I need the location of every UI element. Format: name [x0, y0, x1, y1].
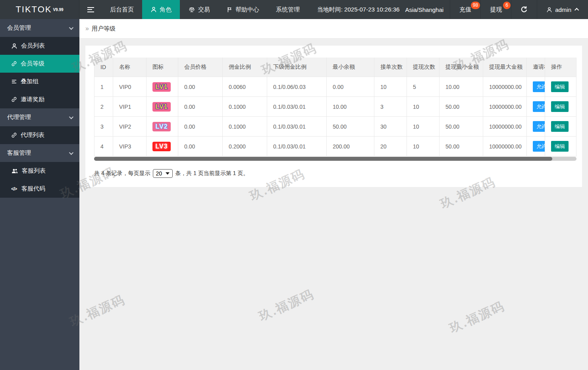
col-header-min-balance: 最小余额	[327, 58, 374, 77]
nav-label: 帮助中心	[235, 6, 259, 13]
sidebar-item-member-list[interactable]: 会员列表	[0, 37, 79, 55]
caret-down-icon	[166, 172, 170, 175]
scrollbar-thumb[interactable]	[94, 157, 552, 161]
group-label: 代理管理	[7, 114, 31, 121]
nav-item-dashboard[interactable]: 后台首页	[102, 0, 142, 19]
horizontal-scrollbar	[94, 157, 576, 161]
withdraw-label: 提现	[490, 6, 502, 13]
recharge-badge: 98	[471, 2, 480, 9]
cell-min-balance: 50.00	[327, 117, 374, 137]
nav-label: 后台首页	[110, 6, 134, 13]
table-row: 2 VIP1 LV1 0.00 0.1000 0.1/0.03/0.01 10.…	[94, 97, 576, 117]
cell-name: VIP2	[113, 117, 147, 137]
edit-button[interactable]: 编辑	[551, 101, 569, 112]
cell-commission: 0.1000	[223, 97, 267, 117]
cell-name: VIP1	[113, 97, 147, 117]
edit-button[interactable]: 编辑	[551, 121, 569, 132]
user-menu[interactable]: admin	[537, 0, 588, 19]
code-icon: </>	[11, 186, 18, 192]
group-label: 会员管理	[7, 24, 31, 32]
level-badge: LV3	[152, 142, 171, 151]
col-header-withdraw-max: 提现最大金额	[483, 58, 527, 77]
layers-icon	[11, 79, 17, 85]
nav-item-trade[interactable]: 交易	[180, 0, 218, 19]
col-header-orders: 接单次数	[374, 58, 407, 77]
sidebar: 会员管理 会员列表 会员等级 叠加组 邀请奖励 代理管理 代理列表 客服管理 客…	[0, 19, 79, 370]
table-row: 4 VIP3 LV3 0.00 0.2000 0.1/0.03/0.01 200…	[94, 137, 576, 156]
edit-button[interactable]: 编辑	[551, 141, 569, 152]
edit-button[interactable]: 编辑	[551, 81, 569, 92]
col-header-icon: 图标	[147, 58, 178, 77]
nav-item-system[interactable]: 系统管理	[268, 0, 308, 19]
cell-orders: 20	[374, 137, 407, 156]
recharge-button[interactable]: 充值 98	[450, 0, 480, 19]
cell-orders: 3	[374, 97, 407, 117]
chevron-down-icon	[69, 150, 73, 154]
user-icon	[546, 7, 552, 13]
chevron-up-icon	[575, 8, 579, 12]
cell-icon: LV2	[147, 117, 178, 137]
table-header-row: ID 名称 图标 会员价格 佣金比例 下级佣金比例 最小余额 接单次数 提现次数…	[94, 58, 576, 77]
page-size-select[interactable]: 20	[153, 169, 173, 178]
group-label: 客服管理	[7, 149, 31, 157]
cell-sub-commission: 0.1/0.03/0.01	[267, 137, 327, 156]
cell-id: 4	[94, 137, 113, 156]
nav-item-help-center[interactable]: 帮助中心	[218, 0, 268, 19]
sidebar-group-member-management[interactable]: 会员管理	[0, 19, 79, 37]
cell-name: VIP3	[113, 137, 147, 156]
col-header-id: ID	[94, 58, 113, 77]
chevron-down-icon	[69, 25, 73, 29]
col-header-withdraw-min: 提现最小金额	[440, 58, 483, 77]
cell-withdrawals: 10	[407, 117, 440, 137]
user-icon	[150, 6, 157, 13]
scales-icon	[188, 6, 195, 13]
sidebar-group-service-management[interactable]: 客服管理	[0, 144, 79, 162]
cell-withdraw-min: 50.00	[440, 117, 483, 137]
cell-price: 0.00	[178, 137, 223, 156]
cell-icon: LV1	[147, 77, 178, 97]
col-header-price: 会员价格	[178, 58, 223, 77]
cell-name: VIP0	[113, 77, 147, 97]
cell-min-balance: 200.00	[327, 137, 374, 156]
table-container: ID 名称 图标 会员价格 佣金比例 下级佣金比例 最小余额 接单次数 提现次数…	[94, 58, 576, 156]
cell-withdraw-min: 10.00	[440, 77, 483, 97]
cell-actions: 编辑	[545, 117, 576, 137]
cell-icon: LV1	[147, 97, 178, 117]
sidebar-group-agent-management[interactable]: 代理管理	[0, 108, 79, 126]
table-row: 3 VIP2 LV2 0.00 0.1000 0.1/0.03/0.01 50.…	[94, 117, 576, 137]
link-icon	[11, 132, 17, 138]
level-badge: LV2	[152, 122, 171, 131]
sidebar-item-agent-list[interactable]: 代理列表	[0, 126, 79, 144]
sidebar-item-label: 客服列表	[22, 167, 46, 175]
hamburger-icon	[87, 7, 94, 12]
sidebar-item-stack-group[interactable]: 叠加组	[0, 73, 79, 91]
sidebar-item-invite-reward[interactable]: 邀请奖励	[0, 91, 79, 108]
user-icon	[11, 43, 17, 49]
cell-actions: 编辑	[545, 137, 576, 156]
pagination-suffix: 条，共 1 页当前显示第 1 页。	[175, 170, 249, 177]
cell-withdraw-min: 50.00	[440, 97, 483, 117]
cell-commission: 0.2000	[223, 137, 267, 156]
cell-min-balance: 0.00	[327, 77, 374, 97]
flag-icon	[227, 6, 233, 13]
nav-item-roles[interactable]: 角色	[142, 0, 180, 19]
sidebar-item-label: 叠加组	[21, 78, 39, 85]
pagination-prefix: 共 4 条记录，每页显示	[94, 170, 150, 177]
sidebar-item-service-code[interactable]: </> 客服代码	[0, 180, 79, 198]
sidebar-item-label: 会员等级	[21, 60, 44, 67]
withdraw-badge: 6	[503, 2, 511, 9]
local-time-text: 当地时间: 2025-07-23 10:26:36	[317, 6, 400, 13]
menu-toggle-button[interactable]	[79, 0, 102, 19]
nav-label: 角色	[160, 6, 172, 13]
table-row: 1 VIP0 LV1 0.00 0.0060 0.1/0.06/0.03 0.0…	[94, 77, 576, 97]
cell-icon: LV3	[147, 137, 178, 156]
cell-orders: 30	[374, 117, 407, 137]
withdraw-button[interactable]: 提现 6	[480, 0, 511, 19]
cell-id: 3	[94, 117, 113, 137]
cell-sub-commission: 0.1/0.03/0.01	[267, 97, 327, 117]
refresh-button[interactable]	[511, 0, 537, 19]
sidebar-item-service-list[interactable]: 客服列表	[0, 162, 79, 180]
cell-price: 0.00	[178, 117, 223, 137]
sidebar-item-member-level[interactable]: 会员等级	[0, 55, 79, 73]
breadcrumb: » 用户等级	[79, 19, 588, 39]
